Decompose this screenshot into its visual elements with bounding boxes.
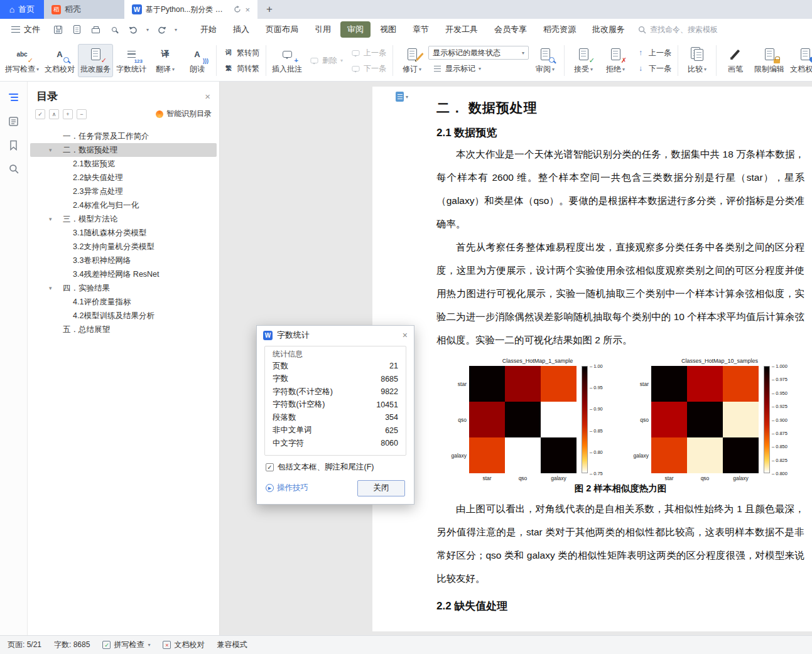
toc-item[interactable]: 2.1数据预览 xyxy=(30,157,217,171)
toc-item[interactable]: ▾二．数据预处理 xyxy=(30,143,217,157)
word-count-button[interactable]: 123 字数统计 xyxy=(114,44,149,77)
export-icon[interactable] xyxy=(70,23,83,36)
status-spell-check[interactable]: ✓ 拼写检查▾ xyxy=(102,640,150,650)
restrict-editing-button[interactable]: 限制编辑 xyxy=(752,44,787,77)
toc-item[interactable]: 3.3卷积神经网络 xyxy=(30,254,217,267)
accept-button[interactable]: ✓ 接受▾ xyxy=(568,44,599,77)
history-panel-icon[interactable] xyxy=(7,114,21,128)
play-icon: ▶ xyxy=(266,484,274,492)
toc-collapse-arrow-icon[interactable]: ▾ xyxy=(49,216,52,222)
show-markup-button[interactable]: 显示标记▾ xyxy=(428,62,529,75)
bookmark-panel-icon[interactable] xyxy=(7,138,21,152)
toc-item-label: 3.4残差神经网络 ResNet xyxy=(73,269,160,280)
menu-item[interactable]: 引用 xyxy=(308,21,338,38)
search-panel-icon[interactable] xyxy=(7,162,21,176)
toc-item[interactable]: ▾三．模型方法论 xyxy=(30,212,217,226)
status-word-count[interactable]: 字数: 8685 xyxy=(54,640,90,650)
toc-collapse-icon[interactable]: − xyxy=(77,109,87,119)
delete-comment-button[interactable]: 删除▾ xyxy=(305,54,346,68)
save-icon[interactable] xyxy=(51,23,64,36)
toc-item[interactable]: 3.4残差神经网络 ResNet xyxy=(30,267,217,281)
document-page[interactable]: 二． 数据预处理 2.1 数据预览 本次大作业是一个天体光谱智能识别分类的任务，… xyxy=(372,87,812,631)
tab-docer-label: 稻壳 xyxy=(65,4,81,15)
toc-collapse-arrow-icon[interactable]: ▾ xyxy=(49,285,52,291)
toc-expand-icon[interactable]: + xyxy=(63,109,73,119)
insert-comment-button[interactable]: + 插入批注 xyxy=(269,44,305,77)
trad-to-simp-button[interactable]: 词 繁转简 xyxy=(220,46,263,60)
compare-button[interactable]: 比较▾ xyxy=(681,44,713,77)
toc-item[interactable]: 4.2模型训练及结果分析 xyxy=(30,309,217,323)
translate-button[interactable]: 译 翻译▾ xyxy=(149,44,181,77)
new-tab-button[interactable]: + xyxy=(257,0,281,19)
heatmap-cell xyxy=(505,437,541,473)
toc-item[interactable]: 2.4标准化与归一化 xyxy=(30,198,217,212)
spell-check-button[interactable]: abc✓ 拼写检查▾ xyxy=(3,44,41,77)
menu-item[interactable]: 审阅 xyxy=(340,21,371,38)
close-button[interactable]: 关闭 xyxy=(357,480,405,496)
outline-panel-icon[interactable] xyxy=(7,90,21,104)
menu-item[interactable]: 会员专享 xyxy=(487,21,534,38)
status-page-indicator[interactable]: 页面: 5/21 xyxy=(8,640,41,650)
tab-home[interactable]: ⌂ 首页 xyxy=(0,0,44,19)
status-proofread[interactable]: × 文档校对 xyxy=(163,640,204,650)
grading-service-button[interactable]: ✓ 批改服务 xyxy=(78,44,113,77)
document-permission-button[interactable]: 文档权限 xyxy=(788,44,812,77)
colorbar-tick: 0.825 xyxy=(772,457,788,463)
read-aloud-button[interactable]: A))) 朗读 xyxy=(181,44,213,77)
menu-item[interactable]: 开始 xyxy=(193,21,224,38)
heatmap-cell xyxy=(541,366,577,402)
sync-icon[interactable] xyxy=(234,6,241,13)
dialog-close-icon[interactable]: × xyxy=(403,330,408,340)
toc-item[interactable]: 2.2缺失值处理 xyxy=(30,171,217,185)
file-menu[interactable]: 文件 xyxy=(6,21,45,38)
menu-item[interactable]: 插入 xyxy=(226,21,256,38)
ink-pen-button[interactable]: 画笔 xyxy=(720,44,751,77)
figure-image[interactable]: Classes_HotMap_1_samplestarqsogalaxystar… xyxy=(436,358,804,481)
tips-link[interactable]: ▶ 操作技巧 xyxy=(266,483,308,493)
simp-to-trad-button[interactable]: 繁 简转繁 xyxy=(220,62,263,75)
menu-item[interactable]: 批改服务 xyxy=(585,21,632,38)
toc-collapse-arrow-icon[interactable]: ▾ xyxy=(49,147,52,153)
close-tab-icon[interactable]: × xyxy=(245,5,250,14)
markup-state-dropdown[interactable]: 显示标记的最终状态▾ xyxy=(428,46,529,60)
menu-item[interactable]: 开发工具 xyxy=(438,21,485,38)
print-preview-icon[interactable] xyxy=(108,23,121,36)
smart-toc-button[interactable]: 智能识别目录 xyxy=(156,109,212,119)
tab-docer[interactable]: 稻 稻壳 xyxy=(44,0,124,19)
next-comment-button[interactable]: 下一条 xyxy=(347,62,389,75)
menu-item[interactable]: 稻壳资源 xyxy=(536,21,583,38)
wordcount-label: 字数 xyxy=(273,373,288,384)
reject-button[interactable]: ✗ 拒绝▾ xyxy=(600,44,631,77)
include-footnotes-checkbox[interactable]: ✓ 包括文本框、脚注和尾注(F) xyxy=(257,459,414,475)
proofread-button[interactable]: A 文档校对 xyxy=(42,44,77,77)
toc-item[interactable]: 2.3异常点处理 xyxy=(30,185,217,198)
command-search[interactable]: 查找命令、搜索模板 xyxy=(638,24,806,35)
previous-change-button[interactable]: ↑ 上一条 xyxy=(632,46,674,60)
review-button[interactable]: 审阅▾ xyxy=(529,44,561,77)
next-change-button[interactable]: ↓ 下一条 xyxy=(632,62,674,75)
track-changes-button[interactable]: 修订▾ xyxy=(396,44,428,77)
menu-items: 开始插入页面布局引用审阅视图章节开发工具会员专享稻壳资源批改服务 xyxy=(193,21,632,38)
undo-dropdown-icon[interactable]: ▾ xyxy=(146,27,149,33)
print-icon[interactable] xyxy=(89,23,102,36)
toc-item[interactable]: 3.2支持向量机分类模型 xyxy=(30,240,217,254)
menu-item[interactable]: 页面布局 xyxy=(259,21,305,38)
toc-locate-icon[interactable]: ✓ xyxy=(35,109,45,119)
redo-dropdown-icon[interactable]: ▾ xyxy=(175,27,177,33)
tab-document[interactable]: W 基于Python...别分类 课程论文 × xyxy=(124,0,257,19)
toc-item[interactable]: 3.1随机森林分类模型 xyxy=(30,226,217,240)
toc-close-icon[interactable]: × xyxy=(205,91,210,102)
heatmap-cell xyxy=(469,402,505,437)
toc-item[interactable]: ▾四．实验结果 xyxy=(30,281,217,295)
menu-item[interactable]: 视图 xyxy=(373,21,403,38)
previous-comment-button[interactable]: 上一条 xyxy=(347,46,389,60)
page-settings-icon[interactable]: ▾ xyxy=(396,92,408,102)
status-compat-mode[interactable]: 兼容模式 xyxy=(217,640,247,650)
menu-item[interactable]: 章节 xyxy=(406,21,436,38)
toc-collapse-all-icon[interactable]: ∧ xyxy=(49,109,59,119)
toc-item[interactable]: 4.1评价度量指标 xyxy=(30,295,217,309)
toc-item[interactable]: 五．总结展望 xyxy=(30,323,217,336)
redo-icon[interactable] xyxy=(155,23,168,36)
toc-item[interactable]: 一．任务背景及工作简介 xyxy=(30,129,217,143)
undo-icon[interactable] xyxy=(127,23,139,36)
